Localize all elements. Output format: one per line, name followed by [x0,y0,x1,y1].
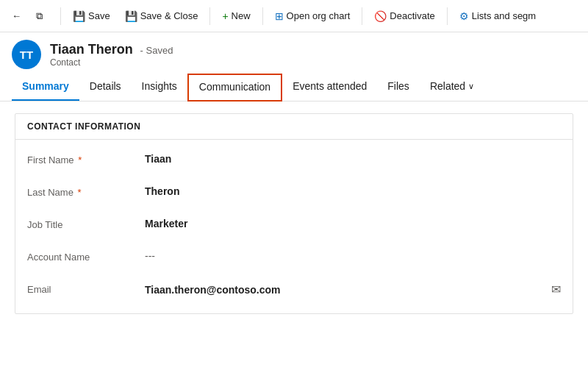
save-close-label: Save & Close [140,10,198,21]
tab-files-label: Files [387,80,409,92]
field-value-email-container: Tiaan.theron@contoso.com ✉ [145,282,561,296]
deactivate-icon: 🚫 [374,10,387,22]
field-label-job-title: Job Title [27,218,145,230]
tab-events[interactable]: Events attended [282,74,377,101]
back-button[interactable]: ← [6,7,27,24]
field-row-email: Email Tiaan.theron@contoso.com ✉ [15,275,573,307]
tab-communication[interactable]: Communication [187,74,282,102]
save-close-icon: 💾 [125,10,137,22]
tab-insights-label: Insights [142,80,177,92]
field-row-account-name: Account Name --- [15,243,573,275]
new-button[interactable]: + New [216,7,256,25]
record-type: Contact [50,57,173,68]
lists-button[interactable]: ⚙ Lists and segm [453,7,542,25]
field-value-account-name: --- [145,250,561,262]
save-icon: 💾 [73,10,85,22]
field-row-last-name: Last Name * Theron [15,178,573,210]
record-saved-badge: - Saved [140,45,173,56]
field-label-email: Email [27,282,145,295]
org-chart-icon: ⊞ [275,10,284,22]
tab-events-label: Events attended [293,80,367,92]
new-icon: + [222,10,228,22]
tab-summary-label: Summary [22,80,69,92]
save-close-button[interactable]: 💾 Save & Close [119,7,204,25]
deactivate-label: Deactivate [390,10,434,21]
field-value-last-name: Theron [145,185,561,197]
section-header: CONTACT INFORMATION [15,114,573,140]
send-email-icon[interactable]: ✉ [551,282,561,296]
tab-details-label: Details [90,80,121,92]
required-indicator-last-name: * [78,187,82,198]
toolbar-divider-3 [262,7,263,25]
tab-details[interactable]: Details [79,74,132,101]
tabs-bar: Summary Details Insights Communication E… [0,74,588,102]
field-value-first-name: Tiaan [145,153,561,165]
field-value-job-title: Marketer [145,218,561,229]
new-label: New [232,10,251,21]
deactivate-button[interactable]: 🚫 Deactivate [368,7,440,25]
avatar: TT [12,40,41,69]
field-label-last-name: Last Name * [27,185,145,198]
record-name: Tiaan Theron [50,42,133,57]
save-button[interactable]: 💾 Save [67,7,116,25]
toolbar: ← ⧉ 💾 Save 💾 Save & Close + New ⊞ Open o… [0,0,588,32]
popout-button[interactable]: ⧉ [30,7,49,25]
toolbar-divider-2 [209,7,210,25]
tab-related-label: Related [430,80,465,92]
field-row-job-title: Job Title Marketer [15,210,573,243]
field-value-email: Tiaan.theron@contoso.com [145,284,545,296]
record-name-line: Tiaan Theron - Saved [50,42,173,57]
required-indicator-first-name: * [78,154,82,165]
chevron-down-icon: ∨ [468,82,474,91]
tab-files[interactable]: Files [377,74,420,101]
tab-communication-label: Communication [199,81,270,93]
record-header: TT Tiaan Theron - Saved Contact [0,32,588,74]
lists-label: Lists and segm [472,10,536,21]
org-chart-button[interactable]: ⊞ Open org chart [269,7,356,25]
lists-icon: ⚙ [459,10,469,22]
field-row-first-name: First Name * Tiaan [15,146,573,178]
org-chart-label: Open org chart [287,10,351,21]
tab-summary[interactable]: Summary [12,74,79,101]
save-label: Save [88,10,110,21]
main-content: CONTACT INFORMATION First Name * Tiaan L… [0,102,588,326]
toolbar-divider-5 [447,7,448,25]
field-label-account-name: Account Name [27,250,145,263]
record-title-area: Tiaan Theron - Saved Contact [50,42,173,68]
contact-info-section: CONTACT INFORMATION First Name * Tiaan L… [15,113,573,314]
tab-insights[interactable]: Insights [132,74,187,101]
back-icon: ← [12,10,21,21]
popout-icon: ⧉ [36,10,43,22]
section-body: First Name * Tiaan Last Name * Theron Jo… [15,140,573,313]
toolbar-divider-4 [362,7,362,25]
toolbar-nav: ← ⧉ [6,7,49,25]
toolbar-divider-1 [60,7,61,25]
field-label-first-name: First Name * [27,153,145,165]
tab-related[interactable]: Related ∨ [420,74,484,101]
